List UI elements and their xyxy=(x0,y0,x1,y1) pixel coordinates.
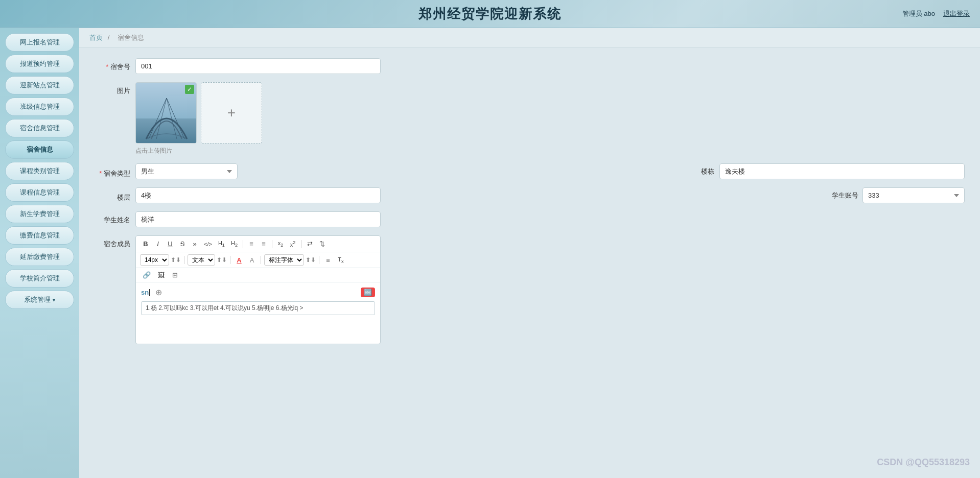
breadcrumb: 首页 / 宿舍信息 xyxy=(79,28,980,48)
dorm-type-building-row: 宿舍类型 男生 女生 楼栋 xyxy=(95,163,965,179)
toolbar-align-right[interactable]: ⇅ xyxy=(316,239,328,249)
student-account-col: 学生账号 333 xyxy=(832,187,965,203)
svg-rect-1 xyxy=(136,118,197,144)
image-label: 图片 xyxy=(95,82,135,95)
dorm-members-row: 宿舍成员 B I U S » </> H1 H2 ≡ ≡ xyxy=(95,235,965,344)
toolbar-preset[interactable]: 标注字体 xyxy=(264,254,304,266)
toolbar-sep-4 xyxy=(184,256,184,264)
toolbar-ordered-list[interactable]: ≡ xyxy=(246,239,257,249)
floor-col: 楼层 xyxy=(95,187,771,203)
toolbar-sep-2 xyxy=(272,240,272,248)
toolbar-clear-format[interactable]: Tx xyxy=(335,255,346,265)
sidebar-item-dorm-detail[interactable]: 宿舍信息 xyxy=(5,140,74,159)
editor-suggest-bar: 1.杨 2.可以吗kc 3.可以用et 4.可以说yu 5.杨明je 6.杨光i… xyxy=(141,301,375,315)
toolbar-preset-arrows: ⬆⬇ xyxy=(306,256,316,264)
building-col: 楼栋 xyxy=(694,163,965,179)
user-label: 管理员 abo xyxy=(902,9,935,18)
editor-body[interactable]: sn ⊕ 🔤 1.杨 2.可以吗kc 3.可以用et 4.可以说yu 5.杨明j… xyxy=(136,282,380,344)
student-name-label: 学生姓名 xyxy=(95,211,135,225)
image-add-button[interactable]: + xyxy=(201,82,262,144)
toolbar-sep-5 xyxy=(230,256,230,264)
toolbar-table-insert[interactable]: ⊞ xyxy=(169,270,180,280)
toolbar-font-size-arrows: ⬆⬇ xyxy=(171,256,181,264)
editor-suggest-text: 1.杨 2.可以吗kc 3.可以用et 4.可以说yu 5.杨明je 6.杨光i… xyxy=(146,304,303,313)
upload-hint: 点击上传图片 xyxy=(135,147,262,155)
student-account-label: 学生账号 xyxy=(832,191,862,200)
dorm-type-col: 宿舍类型 男生 女生 xyxy=(95,163,633,179)
toolbar-underline[interactable]: U xyxy=(165,239,176,249)
editor-toolbar-row1: B I U S » </> H1 H2 ≡ ≡ x2 x2 xyxy=(136,236,380,252)
main-layout: 网上报名管理 报道预约管理 迎新站点管理 班级信息管理 宿舍信息管理 宿舍信息 … xyxy=(0,28,980,478)
sidebar-item-course-type[interactable]: 课程类别管理 xyxy=(5,162,74,180)
toolbar-image-insert[interactable]: 🖼 xyxy=(155,270,167,280)
dorm-number-input[interactable] xyxy=(135,58,381,74)
building-input[interactable] xyxy=(719,163,965,179)
image-upload-area: ✓ + xyxy=(135,82,262,144)
sidebar-item-system[interactable]: 系统管理 ▾ xyxy=(5,291,74,309)
toolbar-code[interactable]: </> xyxy=(201,240,215,248)
app-title: 郑州经贸学院迎新系统 xyxy=(418,5,562,23)
dorm-type-select[interactable]: 男生 女生 xyxy=(135,163,238,179)
dorm-number-label: 宿舍号 xyxy=(95,58,135,71)
floor-account-row: 楼层 学生账号 333 xyxy=(95,187,965,203)
toolbar-font-family-arrows: ⬆⬇ xyxy=(217,256,227,264)
floor-label: 楼层 xyxy=(95,189,135,202)
form-area: 宿舍号 图片 xyxy=(79,48,980,363)
toolbar-subscript[interactable]: x2 xyxy=(275,239,286,249)
breadcrumb-home[interactable]: 首页 xyxy=(89,34,103,41)
sidebar-item-pay-info[interactable]: 缴费信息管理 xyxy=(5,226,74,245)
student-name-input[interactable] xyxy=(135,211,381,227)
toolbar-align-left[interactable]: ⇄ xyxy=(304,239,315,249)
student-name-row: 学生姓名 xyxy=(95,211,965,227)
sidebar: 网上报名管理 报道预约管理 迎新站点管理 班级信息管理 宿舍信息管理 宿舍信息 … xyxy=(0,28,79,478)
sidebar-item-welcome-site[interactable]: 迎新站点管理 xyxy=(5,76,74,94)
sidebar-item-dorm-info[interactable]: 宿舍信息管理 xyxy=(5,119,74,137)
editor-format-icon[interactable]: 🔤 xyxy=(361,288,375,297)
content-area: 首页 / 宿舍信息 宿舍号 图片 xyxy=(79,28,980,478)
dorm-members-label: 宿舍成员 xyxy=(95,235,135,249)
image-check-icon: ✓ xyxy=(185,85,194,94)
sidebar-item-class-info[interactable]: 班级信息管理 xyxy=(5,98,74,116)
image-row: 图片 xyxy=(95,82,965,155)
sidebar-item-late-pay[interactable]: 延后缴费管理 xyxy=(5,248,74,266)
chevron-down-icon: ▾ xyxy=(53,297,55,303)
rich-text-editor: B I U S » </> H1 H2 ≡ ≡ x2 x2 xyxy=(135,235,381,344)
breadcrumb-current: 宿舍信息 xyxy=(118,34,144,41)
editor-sn-text: sn xyxy=(141,289,149,296)
toolbar-sep-1 xyxy=(243,240,243,248)
logout-button[interactable]: 退出登录 xyxy=(943,9,970,18)
floor-input[interactable] xyxy=(135,187,381,203)
sidebar-item-online-reg[interactable]: 网上报名管理 xyxy=(5,33,74,52)
sidebar-item-school-intro[interactable]: 学校简介管理 xyxy=(5,269,74,288)
building-label: 楼栋 xyxy=(694,167,719,176)
editor-move-icon: ⊕ xyxy=(155,288,162,297)
breadcrumb-separator: / xyxy=(108,34,110,41)
sidebar-item-new-fee[interactable]: 新生学费管理 xyxy=(5,205,74,223)
image-thumb-1[interactable]: ✓ xyxy=(135,82,197,144)
toolbar-superscript[interactable]: x2 xyxy=(287,239,298,249)
dorm-type-label: 宿舍类型 xyxy=(95,165,135,178)
toolbar-sep-6 xyxy=(261,256,261,264)
toolbar-font-bg[interactable]: A xyxy=(246,255,258,265)
toolbar-italic[interactable]: I xyxy=(152,239,164,249)
toolbar-link[interactable]: 🔗 xyxy=(140,270,153,280)
toolbar-align-center[interactable]: ≡ xyxy=(322,255,334,265)
header: 郑州经贸学院迎新系统 管理员 abo 退出登录 xyxy=(0,0,980,28)
editor-toolbar-row3: 🔗 🖼 ⊞ xyxy=(136,268,380,282)
toolbar-h2[interactable]: H2 xyxy=(228,239,240,249)
toolbar-font-size[interactable]: 14px 12px 16px 18px xyxy=(140,254,169,266)
toolbar-strikethrough[interactable]: S xyxy=(177,239,188,249)
toolbar-unordered-list[interactable]: ≡ xyxy=(258,239,269,249)
image-upload-section: ✓ + 点击上传图片 xyxy=(135,82,262,155)
sidebar-item-course-info[interactable]: 课程信息管理 xyxy=(5,183,74,202)
student-account-select[interactable]: 333 xyxy=(862,187,965,203)
header-user-area: 管理员 abo 退出登录 xyxy=(902,9,970,18)
toolbar-bold[interactable]: B xyxy=(140,239,151,249)
toolbar-h1[interactable]: H1 xyxy=(216,239,227,249)
toolbar-font-color[interactable]: A xyxy=(234,255,245,265)
toolbar-quote[interactable]: » xyxy=(189,239,200,249)
sidebar-item-checkin[interactable]: 报道预约管理 xyxy=(5,55,74,73)
toolbar-sep-3 xyxy=(301,240,301,248)
toolbar-font-family[interactable]: 文本 xyxy=(188,254,215,266)
editor-cursor xyxy=(149,289,150,296)
